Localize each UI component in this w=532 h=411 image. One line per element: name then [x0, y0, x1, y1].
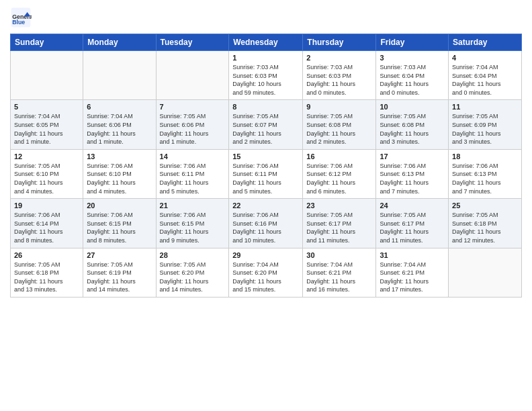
day-cell	[83, 51, 156, 100]
day-number: 13	[87, 152, 152, 161]
day-info: Sunrise: 7:04 AM Sunset: 6:21 PM Dayligh…	[306, 261, 372, 294]
day-cell	[11, 51, 83, 100]
day-info: Sunrise: 7:05 AM Sunset: 6:08 PM Dayligh…	[306, 112, 372, 146]
day-cell: 12Sunrise: 7:05 AM Sunset: 6:10 PM Dayli…	[11, 149, 83, 198]
day-cell: 15Sunrise: 7:06 AM Sunset: 6:11 PM Dayli…	[229, 149, 303, 198]
week-row-3: 12Sunrise: 7:05 AM Sunset: 6:10 PM Dayli…	[11, 149, 522, 198]
day-number: 7	[160, 103, 226, 111]
day-number: 24	[380, 201, 445, 210]
logo-icon: General Blue	[10, 7, 32, 28]
day-cell: 19Sunrise: 7:06 AM Sunset: 6:14 PM Dayli…	[11, 199, 83, 248]
day-info: Sunrise: 7:03 AM Sunset: 6:03 PM Dayligh…	[232, 63, 299, 97]
day-number: 23	[306, 201, 372, 210]
day-number: 2	[306, 54, 372, 62]
day-info: Sunrise: 7:05 AM Sunset: 6:17 PM Dayligh…	[306, 211, 372, 244]
day-info: Sunrise: 7:05 AM Sunset: 6:09 PM Dayligh…	[452, 112, 518, 146]
day-number: 16	[306, 152, 372, 161]
header: General Blue	[10, 7, 522, 28]
day-cell: 23Sunrise: 7:05 AM Sunset: 6:17 PM Dayli…	[303, 199, 376, 248]
weekday-header-row: SundayMondayTuesdayWednesdayThursdayFrid…	[11, 34, 522, 51]
day-cell: 8Sunrise: 7:05 AM Sunset: 6:07 PM Daylig…	[229, 100, 303, 149]
day-info: Sunrise: 7:04 AM Sunset: 6:06 PM Dayligh…	[87, 112, 152, 146]
day-cell: 17Sunrise: 7:06 AM Sunset: 6:13 PM Dayli…	[376, 149, 449, 198]
week-row-1: 1Sunrise: 7:03 AM Sunset: 6:03 PM Daylig…	[11, 51, 522, 100]
day-cell: 14Sunrise: 7:06 AM Sunset: 6:11 PM Dayli…	[156, 149, 229, 198]
day-cell: 22Sunrise: 7:06 AM Sunset: 6:16 PM Dayli…	[229, 199, 303, 248]
day-number: 3	[380, 54, 445, 62]
day-number: 4	[452, 54, 518, 62]
day-cell: 27Sunrise: 7:05 AM Sunset: 6:19 PM Dayli…	[83, 248, 156, 297]
day-info: Sunrise: 7:03 AM Sunset: 6:04 PM Dayligh…	[380, 63, 445, 97]
day-number: 25	[452, 201, 518, 210]
day-info: Sunrise: 7:05 AM Sunset: 6:20 PM Dayligh…	[160, 261, 226, 294]
day-info: Sunrise: 7:05 AM Sunset: 6:08 PM Dayligh…	[380, 112, 445, 146]
day-number: 29	[232, 251, 299, 259]
svg-text:Blue: Blue	[12, 19, 25, 26]
day-cell: 30Sunrise: 7:04 AM Sunset: 6:21 PM Dayli…	[303, 248, 376, 297]
day-info: Sunrise: 7:06 AM Sunset: 6:15 PM Dayligh…	[160, 211, 226, 244]
day-cell: 9Sunrise: 7:05 AM Sunset: 6:08 PM Daylig…	[303, 100, 376, 149]
day-info: Sunrise: 7:05 AM Sunset: 6:07 PM Dayligh…	[232, 112, 299, 146]
day-cell: 16Sunrise: 7:06 AM Sunset: 6:12 PM Dayli…	[303, 149, 376, 198]
day-number: 9	[306, 103, 372, 111]
day-number: 1	[232, 54, 299, 62]
weekday-header-thursday: Thursday	[303, 34, 376, 51]
day-info: Sunrise: 7:06 AM Sunset: 6:12 PM Dayligh…	[306, 162, 372, 195]
day-cell: 18Sunrise: 7:06 AM Sunset: 6:13 PM Dayli…	[449, 149, 522, 198]
day-cell: 7Sunrise: 7:05 AM Sunset: 6:06 PM Daylig…	[156, 100, 229, 149]
day-number: 15	[232, 152, 299, 161]
week-row-5: 26Sunrise: 7:05 AM Sunset: 6:18 PM Dayli…	[11, 248, 522, 297]
weekday-header-wednesday: Wednesday	[229, 34, 303, 51]
day-info: Sunrise: 7:06 AM Sunset: 6:13 PM Dayligh…	[380, 162, 445, 195]
day-info: Sunrise: 7:05 AM Sunset: 6:10 PM Dayligh…	[14, 162, 79, 195]
day-number: 28	[160, 251, 226, 259]
day-cell: 5Sunrise: 7:04 AM Sunset: 6:05 PM Daylig…	[11, 100, 83, 149]
day-cell: 1Sunrise: 7:03 AM Sunset: 6:03 PM Daylig…	[229, 51, 303, 100]
day-info: Sunrise: 7:05 AM Sunset: 6:18 PM Dayligh…	[14, 261, 79, 294]
day-cell: 10Sunrise: 7:05 AM Sunset: 6:08 PM Dayli…	[376, 100, 449, 149]
day-number: 6	[87, 103, 152, 111]
day-cell	[449, 248, 522, 297]
day-info: Sunrise: 7:06 AM Sunset: 6:16 PM Dayligh…	[232, 211, 299, 244]
day-number: 11	[452, 103, 518, 111]
day-cell: 20Sunrise: 7:06 AM Sunset: 6:15 PM Dayli…	[83, 199, 156, 248]
day-info: Sunrise: 7:04 AM Sunset: 6:05 PM Dayligh…	[14, 112, 79, 146]
day-number: 10	[380, 103, 445, 111]
page: General Blue SundayMondayTuesdayWednesda…	[0, 0, 532, 411]
weekday-header-monday: Monday	[83, 34, 156, 51]
weekday-header-tuesday: Tuesday	[156, 34, 229, 51]
day-number: 12	[14, 152, 79, 161]
day-cell: 24Sunrise: 7:05 AM Sunset: 6:17 PM Dayli…	[376, 199, 449, 248]
day-number: 26	[14, 251, 79, 259]
day-cell: 26Sunrise: 7:05 AM Sunset: 6:18 PM Dayli…	[11, 248, 83, 297]
day-info: Sunrise: 7:06 AM Sunset: 6:13 PM Dayligh…	[452, 162, 518, 195]
day-number: 5	[14, 103, 79, 111]
day-cell: 31Sunrise: 7:04 AM Sunset: 6:21 PM Dayli…	[376, 248, 449, 297]
day-number: 27	[87, 251, 152, 259]
day-cell: 29Sunrise: 7:04 AM Sunset: 6:20 PM Dayli…	[229, 248, 303, 297]
day-cell: 13Sunrise: 7:06 AM Sunset: 6:10 PM Dayli…	[83, 149, 156, 198]
day-cell: 2Sunrise: 7:03 AM Sunset: 6:03 PM Daylig…	[303, 51, 376, 100]
day-cell: 11Sunrise: 7:05 AM Sunset: 6:09 PM Dayli…	[449, 100, 522, 149]
day-info: Sunrise: 7:06 AM Sunset: 6:11 PM Dayligh…	[232, 162, 299, 195]
day-cell: 3Sunrise: 7:03 AM Sunset: 6:04 PM Daylig…	[376, 51, 449, 100]
day-info: Sunrise: 7:06 AM Sunset: 6:14 PM Dayligh…	[14, 211, 79, 244]
logo: General Blue	[10, 7, 34, 28]
day-number: 14	[160, 152, 226, 161]
weekday-header-friday: Friday	[376, 34, 449, 51]
day-info: Sunrise: 7:05 AM Sunset: 6:19 PM Dayligh…	[87, 261, 152, 294]
day-info: Sunrise: 7:04 AM Sunset: 6:20 PM Dayligh…	[232, 261, 299, 294]
day-number: 8	[232, 103, 299, 111]
day-info: Sunrise: 7:03 AM Sunset: 6:03 PM Dayligh…	[306, 63, 372, 97]
calendar-table: SundayMondayTuesdayWednesdayThursdayFrid…	[10, 34, 522, 298]
day-cell: 4Sunrise: 7:04 AM Sunset: 6:04 PM Daylig…	[449, 51, 522, 100]
day-cell: 6Sunrise: 7:04 AM Sunset: 6:06 PM Daylig…	[83, 100, 156, 149]
day-number: 30	[306, 251, 372, 259]
day-info: Sunrise: 7:06 AM Sunset: 6:10 PM Dayligh…	[87, 162, 152, 195]
day-number: 22	[232, 201, 299, 210]
week-row-2: 5Sunrise: 7:04 AM Sunset: 6:05 PM Daylig…	[11, 100, 522, 149]
day-number: 18	[452, 152, 518, 161]
day-number: 21	[160, 201, 226, 210]
day-number: 19	[14, 201, 79, 210]
day-cell: 25Sunrise: 7:05 AM Sunset: 6:18 PM Dayli…	[449, 199, 522, 248]
